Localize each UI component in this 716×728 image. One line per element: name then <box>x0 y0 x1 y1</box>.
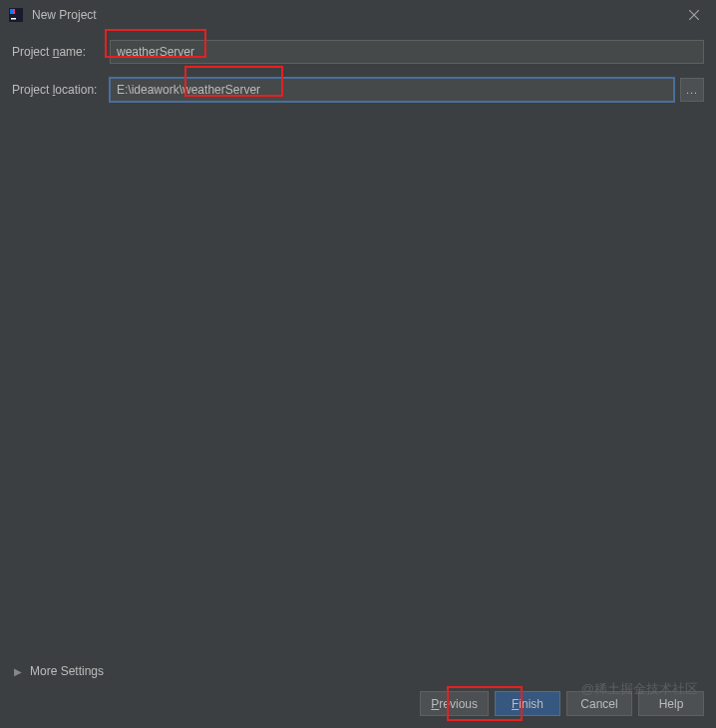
button-bar: Previous Finish Cancel Help <box>420 691 704 716</box>
more-settings-toggle[interactable]: ▶ More Settings <box>14 664 104 678</box>
titlebar: New Project <box>0 0 716 30</box>
cancel-button[interactable]: Cancel <box>566 691 632 716</box>
previous-button[interactable]: Previous <box>420 691 489 716</box>
project-location-row: Project location: ... <box>12 78 704 102</box>
more-settings-label: More Settings <box>30 664 104 678</box>
svg-rect-2 <box>10 9 13 14</box>
intellij-icon <box>8 7 24 23</box>
help-button[interactable]: Help <box>638 691 704 716</box>
project-location-label: Project location: <box>12 83 110 97</box>
finish-button[interactable]: Finish <box>495 691 560 716</box>
window-title: New Project <box>32 8 97 22</box>
close-icon[interactable] <box>680 5 708 25</box>
content-area: Project name: Project location: ... <box>0 30 716 126</box>
project-name-label: Project name: <box>12 45 110 59</box>
project-name-row: Project name: <box>12 40 704 64</box>
project-name-input[interactable] <box>110 40 704 64</box>
browse-button[interactable]: ... <box>680 78 704 102</box>
project-location-input[interactable] <box>110 78 674 102</box>
svg-rect-3 <box>11 18 16 20</box>
chevron-right-icon: ▶ <box>14 666 22 677</box>
